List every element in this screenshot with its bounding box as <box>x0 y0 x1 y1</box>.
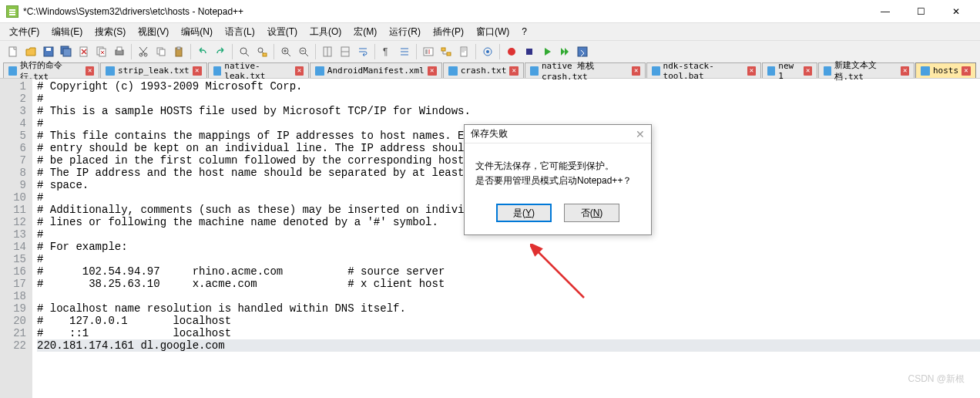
document-tab[interactable]: new 1✕ <box>762 62 817 78</box>
menubar: 文件(F)编辑(E)搜索(S)视图(V)编码(N)语言(L)设置(T)工具(O)… <box>0 23 980 40</box>
code-line: # ::1 localhost <box>37 327 980 339</box>
close-all-icon[interactable] <box>93 43 110 60</box>
zoom-out-icon[interactable] <box>295 43 312 60</box>
close-file-icon[interactable] <box>76 43 92 60</box>
menu-item[interactable]: 工具(O) <box>304 24 347 40</box>
menu-item[interactable]: 编码(N) <box>175 24 219 40</box>
document-tab[interactable]: ndk-stack-tool.bat✕ <box>646 62 761 78</box>
document-tab[interactable]: 执行的命令行.txt✕ <box>3 62 99 78</box>
line-number: 11 <box>0 204 26 216</box>
svg-rect-18 <box>263 53 267 56</box>
code-line: # 127.0.0.1 localhost <box>37 315 980 327</box>
document-tab[interactable]: 新建文本文档.txt✕ <box>818 62 915 78</box>
tab-close-icon[interactable]: ✕ <box>193 66 202 76</box>
no-button[interactable]: 否(N) <box>564 204 619 222</box>
window-controls: — ☐ ✕ <box>868 0 974 23</box>
code-line: # <box>37 93 980 105</box>
document-tab[interactable]: AndroidManifest.xml✕ <box>310 62 442 78</box>
menu-item[interactable]: 编辑(E) <box>45 24 89 40</box>
tab-close-icon[interactable]: ✕ <box>295 66 304 76</box>
wrap-icon[interactable] <box>354 43 371 60</box>
undo-icon[interactable] <box>194 43 211 60</box>
menu-item[interactable]: 运行(R) <box>383 24 427 40</box>
file-icon <box>652 66 660 76</box>
toolbar: ¶ <box>0 40 980 62</box>
tab-close-icon[interactable]: ✕ <box>901 66 909 76</box>
toolbar-separator <box>499 44 500 59</box>
tab-close-icon[interactable]: ✕ <box>509 66 519 76</box>
cut-icon[interactable] <box>135 43 152 60</box>
line-number: 2 <box>0 93 26 105</box>
find-icon[interactable] <box>236 43 253 60</box>
svg-rect-4 <box>63 49 71 56</box>
sync-h-icon[interactable] <box>337 43 354 60</box>
tab-close-icon[interactable]: ✕ <box>428 66 437 76</box>
code-line: # For example: <box>37 241 980 253</box>
menu-item[interactable]: 视图(V) <box>132 24 175 40</box>
document-tab[interactable]: native 堆栈crash.txt✕ <box>525 62 646 78</box>
indent-guide-icon[interactable] <box>396 43 413 60</box>
document-tab[interactable]: hosts✕ <box>915 62 976 78</box>
sync-v-icon[interactable] <box>319 43 336 60</box>
folder-tree-icon[interactable] <box>438 43 455 60</box>
monitor-icon[interactable] <box>479 43 496 60</box>
file-icon <box>106 66 115 76</box>
function-list-icon[interactable] <box>420 43 437 60</box>
menu-item[interactable]: 窗口(W) <box>470 24 515 40</box>
line-number: 21 <box>0 327 26 339</box>
tab-close-icon[interactable]: ✕ <box>747 66 756 76</box>
dialog-close-icon[interactable]: ✕ <box>636 128 645 140</box>
play-macro-icon[interactable] <box>539 43 555 60</box>
menu-item[interactable]: 搜索(S) <box>89 24 132 40</box>
code-line: 220.181.174.161 dl.google.com <box>37 339 980 352</box>
window-title: *C:\Windows\System32\drivers\etc\hosts -… <box>23 6 868 17</box>
document-tab[interactable]: crash.txt✕ <box>443 62 525 78</box>
toolbar-separator <box>274 44 274 59</box>
menu-item[interactable]: 设置(T) <box>261 24 304 40</box>
doc-map-icon[interactable] <box>455 43 472 60</box>
tab-close-icon[interactable]: ✕ <box>86 66 94 76</box>
document-tab[interactable]: strip_leak.txt✕ <box>100 62 207 78</box>
maximize-button[interactable]: ☐ <box>903 0 938 23</box>
save-all-icon[interactable] <box>58 43 75 60</box>
copy-icon[interactable] <box>153 43 169 60</box>
menu-item[interactable]: ? <box>515 25 533 39</box>
document-tab[interactable]: native-leak.txt✕ <box>208 62 309 78</box>
zoom-in-icon[interactable] <box>277 43 294 60</box>
redo-icon[interactable] <box>212 43 229 60</box>
file-icon <box>767 66 776 76</box>
dialog-button-row: 是(Y) 否(N) <box>465 196 651 234</box>
tab-close-icon[interactable]: ✕ <box>962 66 971 76</box>
stop-macro-icon[interactable] <box>521 43 538 60</box>
save-macro-icon[interactable] <box>574 43 591 60</box>
toolbar-separator <box>131 44 132 59</box>
toolbar-separator <box>374 44 375 59</box>
record-macro-icon[interactable] <box>503 43 520 60</box>
close-button[interactable]: ✕ <box>938 0 974 23</box>
menu-item[interactable]: 插件(P) <box>427 24 470 40</box>
dialog-body: 文件无法保存，它可能受到保护。 是否要用管理员模式启动Notepad++？ <box>465 143 651 196</box>
save-icon[interactable] <box>40 43 57 60</box>
play-multi-icon[interactable] <box>556 43 573 60</box>
file-icon <box>921 66 930 76</box>
line-number: 22 <box>0 339 26 352</box>
file-icon <box>448 66 458 76</box>
code-line: # localhost name resolution is handled w… <box>37 302 980 315</box>
svg-rect-13 <box>159 49 165 56</box>
replace-icon[interactable] <box>253 43 270 60</box>
file-icon <box>530 66 539 76</box>
open-file-icon[interactable] <box>22 43 39 60</box>
paste-icon[interactable] <box>170 43 187 60</box>
yes-button[interactable]: 是(Y) <box>496 204 552 222</box>
new-file-icon[interactable] <box>5 43 22 60</box>
svg-point-30 <box>508 48 515 56</box>
menu-item[interactable]: 宏(M) <box>347 24 383 40</box>
show-all-chars-icon[interactable]: ¶ <box>378 43 395 60</box>
minimize-button[interactable]: — <box>868 0 903 23</box>
menu-item[interactable]: 文件(F) <box>3 24 45 40</box>
tab-close-icon[interactable]: ✕ <box>804 66 812 76</box>
tab-close-icon[interactable]: ✕ <box>632 66 640 76</box>
menu-item[interactable]: 语言(L) <box>219 24 261 40</box>
print-icon[interactable] <box>111 43 128 60</box>
toolbar-separator <box>232 44 233 59</box>
